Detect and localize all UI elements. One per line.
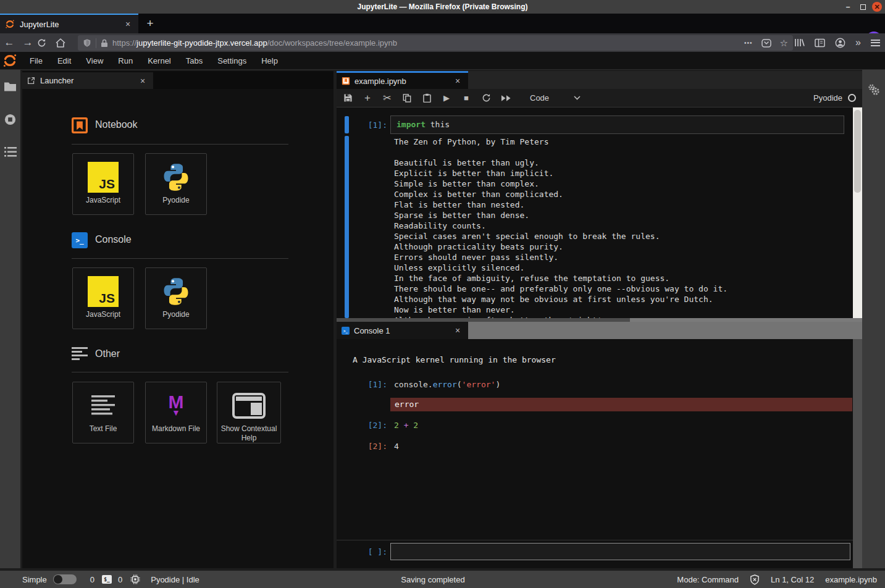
cell-output-collapser[interactable]	[345, 136, 349, 318]
contextual-help-icon	[232, 387, 266, 424]
lock-icon[interactable]	[101, 39, 108, 48]
browser-tab-close-icon[interactable]: ×	[122, 19, 133, 29]
forward-button[interactable]: →	[19, 36, 37, 49]
launcher-card-console-javascript[interactable]: JS JavaScript	[72, 267, 134, 329]
card-label: Pyodide	[161, 196, 191, 205]
code-keyword: import	[396, 120, 426, 129]
back-button[interactable]: ←	[0, 36, 19, 49]
console-tab-close-icon[interactable]: ×	[452, 326, 463, 335]
cell-code-editor[interactable]: import this	[390, 116, 844, 134]
table-of-contents-icon[interactable]	[4, 146, 17, 158]
reload-button[interactable]	[37, 38, 56, 48]
cell-input-collapser[interactable]	[345, 116, 349, 133]
notebook-tab[interactable]: example.ipynb ×	[337, 71, 468, 89]
copy-cells-button[interactable]	[401, 93, 413, 103]
run-cell-button[interactable]: ▶	[441, 93, 452, 103]
kernel-indicator[interactable]: Pyodide	[813, 93, 862, 103]
token-paren: )	[495, 380, 500, 389]
launcher-tab-close-icon[interactable]: ×	[137, 76, 148, 86]
minimize-button[interactable]: –	[843, 2, 853, 12]
launcher-card-text-file[interactable]: Text File	[72, 382, 134, 443]
notebook-toolbar: + ✂ ▶ ■ Code Pyodide	[337, 89, 862, 107]
maximize-button[interactable]	[858, 2, 868, 12]
cut-cells-button[interactable]: ✂	[382, 93, 393, 103]
screen: JupyterLite — Mozilla Firefox (Private B…	[0, 0, 885, 588]
launcher-card-notebook-pyodide[interactable]: Pyodide	[145, 153, 207, 215]
console-input-prompt-1: [1]:	[360, 380, 387, 389]
kernel-name: Pyodide	[813, 93, 842, 103]
launcher-tab-label: Launcher	[40, 76, 137, 85]
kernel-sessions-count[interactable]: 0	[118, 575, 122, 584]
home-button[interactable]	[56, 38, 74, 48]
page-actions-icon[interactable]: •••	[744, 40, 753, 46]
tracking-shield-icon[interactable]	[83, 38, 91, 48]
save-button[interactable]	[342, 93, 353, 103]
console-panel[interactable]: A JavaScript kernel running in the brows…	[337, 339, 862, 568]
notebook-tab-close-icon[interactable]: ×	[452, 76, 463, 86]
restart-kernel-button[interactable]	[480, 93, 492, 103]
url-bar[interactable]: https://jupyterlite-git-pyodide-jtpx.ver…	[78, 35, 793, 51]
menu-kernel[interactable]: Kernel	[140, 56, 178, 65]
sidebars-icon[interactable]	[815, 38, 825, 48]
restart-run-all-button[interactable]	[500, 93, 511, 103]
close-window-button[interactable]: ✕	[872, 2, 882, 12]
launcher-card-markdown-file[interactable]: M▼ Markdown File	[145, 382, 207, 443]
section-divider	[72, 144, 288, 145]
console-code-input[interactable]	[391, 544, 850, 560]
launcher-tab[interactable]: Launcher ×	[22, 72, 153, 89]
launcher-card-notebook-javascript[interactable]: JS JavaScript	[72, 153, 134, 215]
scrollbar-thumb[interactable]	[854, 110, 861, 193]
token-number: 2	[408, 421, 418, 430]
menu-run[interactable]: Run	[111, 56, 140, 65]
property-inspector-gears-icon[interactable]	[867, 83, 881, 97]
token-dot: .	[428, 380, 433, 389]
console-tab[interactable]: >_ Console 1 ×	[337, 322, 468, 339]
javascript-logo: JS	[88, 273, 119, 310]
console-input-box[interactable]	[390, 543, 850, 560]
kernel-chip-icon[interactable]	[130, 574, 140, 584]
notebook-vertical-scrollbar[interactable]	[853, 107, 862, 318]
stop-kernel-button[interactable]: ■	[461, 93, 472, 103]
kernel-status-text[interactable]: Pyodide | Idle	[151, 575, 199, 584]
cursor-position[interactable]: Ln 1, Col 12	[771, 575, 814, 584]
menu-help[interactable]: Help	[254, 56, 285, 65]
cell-type-select[interactable]: Code	[530, 93, 549, 103]
running-kernels-icon[interactable]	[4, 113, 17, 126]
token-paren: (	[457, 380, 462, 389]
other-section-title: Other	[95, 348, 120, 359]
launcher-card-console-pyodide[interactable]: Pyodide	[145, 267, 207, 329]
menu-tabs[interactable]: Tabs	[178, 56, 210, 65]
terminals-count[interactable]: 0	[90, 575, 94, 584]
console-tabbar: >_ Console 1 ×	[337, 322, 862, 339]
bookmark-star-icon[interactable]: ☆	[780, 38, 788, 49]
console-code-line-2: 2 + 2	[394, 421, 418, 430]
url-protocol: https://	[112, 38, 136, 48]
browser-tab[interactable]: JupyterLite ×	[0, 14, 138, 33]
notebook-mode[interactable]: Mode: Command	[677, 575, 739, 584]
menu-edit[interactable]: Edit	[50, 56, 78, 65]
active-filename[interactable]: example.ipynb	[825, 575, 877, 584]
simple-mode-label: Simple	[22, 575, 47, 584]
notebook-content[interactable]: [1]: import this The Zen of Python, by T…	[337, 107, 853, 318]
notebook-tab-label: example.ipynb	[354, 77, 452, 86]
menu-hamburger-icon[interactable]	[871, 38, 880, 48]
paste-cells-button[interactable]	[421, 93, 432, 103]
menu-settings[interactable]: Settings	[210, 56, 254, 65]
menu-view[interactable]: View	[78, 56, 111, 65]
console-scrollbar-track[interactable]	[853, 339, 862, 568]
add-cell-button[interactable]: +	[362, 93, 373, 103]
trust-shield-icon[interactable]	[750, 574, 760, 585]
menu-file[interactable]: File	[22, 56, 50, 65]
account-icon[interactable]	[835, 38, 845, 48]
launcher-card-contextual-help[interactable]: Show Contextual Help	[217, 382, 281, 443]
new-tab-button[interactable]: +	[142, 16, 158, 31]
library-icon[interactable]	[794, 38, 805, 48]
file-browser-icon[interactable]	[4, 82, 17, 92]
pocket-icon[interactable]	[761, 39, 771, 48]
simple-mode-toggle[interactable]	[53, 574, 77, 584]
chevron-down-icon[interactable]	[574, 96, 581, 100]
overflow-chevrons-icon[interactable]: »	[855, 37, 861, 48]
code-text: this	[426, 120, 450, 129]
notebook-section-title: Notebook	[95, 119, 138, 130]
notebook-section-icon	[72, 117, 88, 133]
